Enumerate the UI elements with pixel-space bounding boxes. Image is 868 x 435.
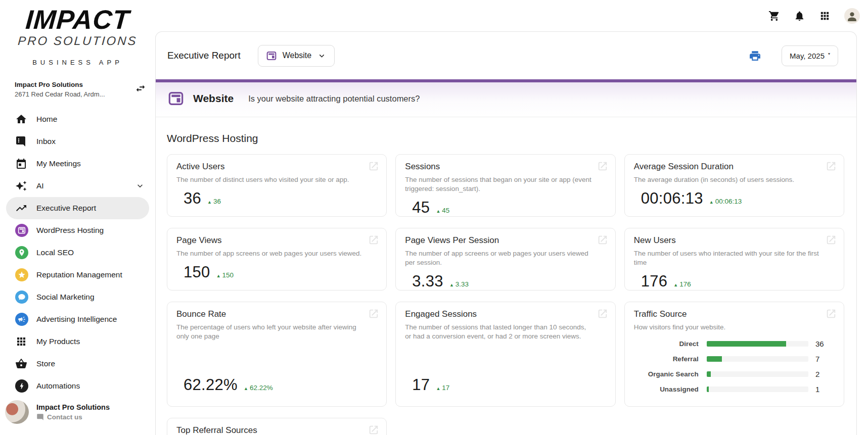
metric-delta: ▲36 [207, 198, 221, 205]
metric-card-top-referral-sources: Top Referral Sources [167, 418, 387, 435]
sidebar-item-store[interactable]: Store [0, 353, 155, 375]
metric-value-row: 00:06:13▲00:06:13 [641, 189, 835, 208]
metric-delta-value: 3.33 [455, 280, 469, 288]
card-title: Active Users [176, 162, 377, 172]
traffic-source-row-organic-search: Organic Search2 [634, 370, 835, 378]
caret-down-icon: ▾ [828, 52, 830, 56]
sidebar: IMPACT PRO SOLUTIONS BUSINESS APP Impact… [0, 0, 155, 435]
metric-value-row: 176▲176 [641, 272, 835, 291]
bolt-icon [15, 379, 28, 393]
cart-icon[interactable] [768, 10, 780, 22]
card-description: The number of app screens or web pages y… [405, 249, 606, 267]
traffic-source-bar-track [707, 356, 808, 362]
metric-card-active-users: Active UsersThe number of distinct users… [167, 154, 387, 217]
card-title: Page Views Per Session [405, 235, 606, 246]
metric-delta-value: 150 [222, 271, 234, 279]
open-in-new-icon[interactable] [368, 161, 379, 172]
sidebar-item-reputation-management[interactable]: Reputation Management [0, 264, 155, 286]
open-in-new-icon[interactable] [597, 308, 608, 319]
sidebar-item-label: Store [36, 359, 55, 368]
card-title: Traffic Source [634, 309, 835, 319]
card-title: Page Views [176, 235, 377, 246]
print-icon[interactable] [749, 50, 761, 62]
date-dropdown[interactable]: May, 2025 ▾ [782, 45, 838, 66]
metric-value-row: 17▲17 [412, 376, 606, 394]
report-content: WordPress Hosting Active UsersThe number… [156, 117, 856, 435]
contact-us-link[interactable]: Contact us [36, 413, 110, 421]
open-in-new-icon[interactable] [597, 161, 608, 172]
section-dropdown[interactable]: Website [258, 45, 335, 67]
traffic-source-bar-fill [707, 371, 711, 377]
metric-delta-value: 00:06:13 [715, 198, 742, 205]
sidebar-item-inbox[interactable]: Inbox [0, 130, 155, 153]
website-section-subtitle: Is your website attracting potential cus… [248, 94, 420, 104]
card-title: Engaged Sessions [405, 309, 606, 319]
open-in-new-icon[interactable] [826, 234, 837, 246]
sidebar-item-social-marketing[interactable]: Social Marketing [0, 286, 155, 308]
metric-delta: ▲176 [673, 280, 691, 288]
sidebar-item-label: Executive Report [36, 204, 96, 213]
sidebar-item-home[interactable]: Home [0, 108, 155, 130]
notifications-bell-icon[interactable] [794, 10, 805, 22]
open-in-new-icon[interactable] [826, 308, 837, 319]
sidebar-item-executive-report[interactable]: Executive Report [6, 197, 149, 219]
user-avatar[interactable] [844, 8, 860, 24]
open-in-new-icon[interactable] [826, 161, 837, 172]
metric-value: 45 [412, 199, 430, 217]
sidebar-item-label: WordPress Hosting [36, 226, 104, 235]
up-arrow-icon: ▲ [436, 209, 440, 214]
metric-card-new-users: New UsersThe number of users who interac… [624, 228, 844, 291]
website-browser-icon [266, 51, 277, 61]
open-in-new-icon[interactable] [368, 234, 379, 246]
sidebar-item-wordpress-hosting[interactable]: WordPress Hosting [0, 219, 155, 241]
card-description: The number of distinct users who visited… [176, 175, 377, 184]
sidebar-item-my-meetings[interactable]: My Meetings [0, 153, 155, 175]
metric-value: 3.33 [412, 272, 443, 291]
open-in-new-icon[interactable] [368, 424, 379, 435]
sidebar-item-automations[interactable]: Automations [0, 375, 155, 397]
sparkles-icon [15, 180, 27, 192]
business-avatar[interactable] [5, 400, 29, 424]
metric-value-row: 150▲150 [184, 263, 377, 281]
page-title: Executive Report [167, 50, 241, 61]
sidebar-item-my-products[interactable]: My Products [0, 330, 155, 353]
open-in-new-icon[interactable] [368, 308, 379, 319]
card-description: The percentage of users who left your we… [176, 323, 377, 341]
metric-delta: ▲17 [436, 384, 449, 392]
account-name: Impact Pro Solutions [15, 81, 105, 88]
up-arrow-icon: ▲ [436, 386, 440, 391]
card-description: The number of sessions that lasted longe… [405, 323, 606, 341]
basket-icon [15, 358, 27, 370]
sidebar-item-local-seo[interactable]: Local SEO [0, 241, 155, 264]
section-dropdown-label: Website [283, 51, 312, 60]
sidebar-footer: Impact Pro Solutions Contact us [5, 400, 110, 424]
sidebar-item-label: Automations [36, 381, 80, 391]
sidebar-item-ai[interactable]: AI [0, 175, 155, 197]
traffic-source-value: 2 [815, 370, 835, 378]
logo-secondary-text: PRO SOLUTIONS [0, 35, 156, 47]
sidebar-item-label: My Meetings [36, 159, 81, 168]
traffic-source-value: 36 [815, 340, 835, 348]
metric-value: 176 [641, 272, 668, 291]
traffic-source-row-direct: Direct36 [634, 340, 835, 348]
traffic-source-label: Organic Search [634, 370, 699, 378]
panel-header: Executive Report Website May, 2025 ▾ [156, 32, 856, 79]
sidebar-item-label: Reputation Management [36, 270, 122, 279]
brand-logo: IMPACT PRO SOLUTIONS BUSINESS APP [0, 6, 155, 66]
metric-card-traffic-source: Traffic SourceHow visitors find your web… [624, 302, 844, 407]
account-address: 2671 Red Cedar Road, Ardm... [15, 90, 105, 98]
sidebar-nav: HomeInboxMy MeetingsAIExecutive ReportWo… [0, 108, 155, 397]
metric-delta-value: 176 [679, 280, 691, 288]
metric-value: 36 [184, 189, 201, 208]
sidebar-item-label: Advertising Intelligence [36, 315, 117, 324]
sidebar-item-label: Inbox [36, 137, 56, 146]
location-switcher-icon[interactable] [135, 83, 146, 94]
pin-icon [15, 246, 28, 259]
metric-delta: ▲45 [436, 207, 449, 214]
sidebar-item-advertising-intelligence[interactable]: Advertising Intelligence [0, 308, 155, 330]
open-in-new-icon[interactable] [597, 234, 608, 246]
apps-grid-icon[interactable] [819, 10, 831, 22]
website-section-icon [167, 90, 185, 107]
topbar [155, 0, 868, 31]
metric-delta: ▲62.22% [244, 384, 273, 392]
